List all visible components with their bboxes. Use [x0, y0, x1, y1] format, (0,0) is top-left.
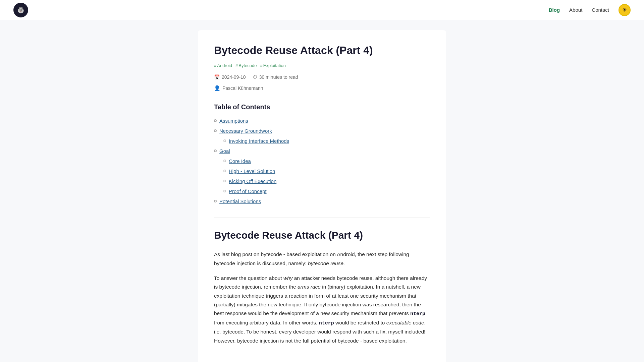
article-title: Bytecode Reuse Attack (Part 4) — [214, 44, 430, 57]
article-paragraph-1: As last blog post on bytecode - based ex… — [214, 250, 430, 268]
toc-bullet — [223, 180, 226, 182]
readtime-meta: ⏱ 30 minutes to read — [253, 73, 298, 81]
nav-logo-area[interactable] — [13, 3, 28, 17]
executable-code-em: executable code — [386, 320, 424, 325]
toc-link-invoking[interactable]: Invoking Interface Methods — [229, 137, 289, 145]
toc-link-kicking-off[interactable]: Kicking Off Execution — [229, 177, 276, 185]
toc-bullet — [223, 170, 226, 172]
nav-links: Blog About Contact ☀ — [549, 4, 631, 16]
nav-about-link[interactable]: About — [569, 6, 582, 14]
bytecode-reuse-em: bytecode reuse. — [308, 260, 345, 266]
tag-exploitation: Exploitation — [260, 62, 285, 69]
toc-link-core-idea[interactable]: Core Idea — [229, 157, 251, 165]
nterp-code-1: nterp — [410, 311, 425, 317]
toc-link-goal[interactable]: Goal — [219, 147, 230, 155]
article-body-title: Bytecode Reuse Attack (Part 4) — [214, 227, 430, 243]
toc-link-groundwork[interactable]: Necessary Groundwork — [219, 127, 272, 135]
tags-row: Android Bytecode Exploitation — [214, 62, 430, 69]
tag-android: Android — [214, 62, 232, 69]
tag-bytecode: Bytecode — [235, 62, 257, 69]
section-divider — [214, 218, 430, 218]
toc-item-proof: Proof of Concept — [214, 187, 430, 195]
toc-bullet — [214, 200, 217, 202]
toc-bullet — [223, 160, 226, 162]
toc-list: Assumptions Necessary Groundwork Invokin… — [214, 117, 430, 205]
toc-link-high-level[interactable]: High - Level Solution — [229, 167, 275, 175]
toc-item-groundwork: Necessary Groundwork — [214, 127, 430, 135]
svg-point-5 — [21, 9, 22, 10]
why-em: why — [283, 275, 293, 281]
toc-link-assumptions[interactable]: Assumptions — [219, 117, 248, 125]
svg-point-6 — [20, 10, 21, 11]
toc-bullet — [223, 190, 226, 192]
article-author: Pascal Kühnemann — [222, 84, 263, 92]
logo[interactable] — [13, 3, 28, 17]
toc-item-potential-solutions: Potential Solutions — [214, 197, 430, 205]
toc-item-kicking-off: Kicking Off Execution — [214, 177, 430, 185]
arms-race-em: arms race — [298, 284, 321, 290]
article-date: 2024-09-10 — [222, 73, 246, 81]
toc-bullet — [214, 129, 217, 132]
article-meta: 📅 2024-09-10 ⏱ 30 minutes to read — [214, 73, 430, 81]
calendar-icon: 📅 — [214, 73, 220, 81]
navbar: Blog About Contact ☀ — [0, 0, 644, 20]
toc-item-assumptions: Assumptions — [214, 117, 430, 125]
date-meta: 📅 2024-09-10 — [214, 73, 246, 81]
svg-point-4 — [20, 9, 21, 10]
toc-link-potential-solutions[interactable]: Potential Solutions — [219, 197, 261, 205]
nav-blog-link[interactable]: Blog — [549, 6, 560, 14]
toc-item-invoking: Invoking Interface Methods — [214, 137, 430, 145]
author-row: 👤 Pascal Kühnemann — [214, 84, 430, 92]
toc-link-proof[interactable]: Proof of Concept — [229, 187, 267, 195]
toc-item-high-level: High - Level Solution — [214, 167, 430, 175]
toc-heading: Table of Contents — [214, 102, 430, 112]
page-wrapper: Bytecode Reuse Attack (Part 4) Android B… — [191, 0, 453, 362]
toc-bullet — [214, 119, 217, 122]
author-icon: 👤 — [214, 84, 220, 92]
article-paragraph-2: To answer the question about why an atta… — [214, 274, 430, 345]
toc-bullet — [223, 139, 226, 142]
article-read-time: 30 minutes to read — [259, 73, 298, 81]
article-container: Bytecode Reuse Attack (Part 4) Android B… — [198, 30, 446, 362]
toc-item-core-idea: Core Idea — [214, 157, 430, 165]
toc-item-goal: Goal — [214, 147, 430, 155]
nterp-code-2: nterp — [319, 320, 334, 326]
clock-icon: ⏱ — [253, 73, 257, 81]
nav-contact-link[interactable]: Contact — [592, 6, 609, 14]
theme-toggle-button[interactable]: ☀ — [619, 4, 631, 16]
toc-bullet — [214, 149, 217, 152]
